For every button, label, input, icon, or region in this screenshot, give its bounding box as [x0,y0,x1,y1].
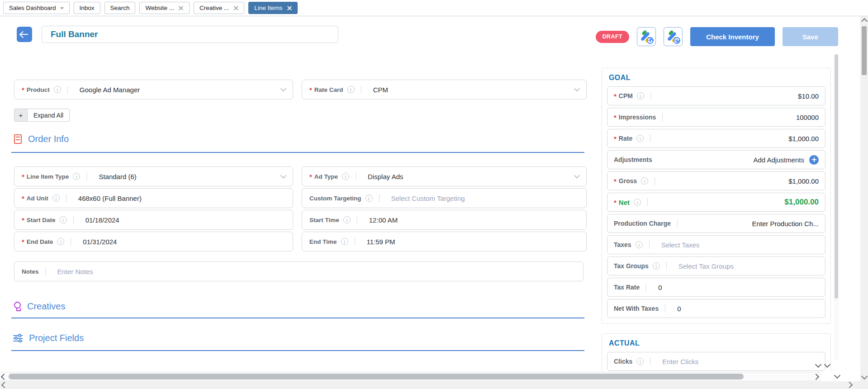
add-adjustments-button[interactable]: Add Adjustments [753,155,819,165]
tab-website[interactable]: Website ... [139,2,190,14]
field-value: $1,000.00 [788,135,819,142]
info-icon[interactable] [57,238,64,245]
tab-inbox[interactable]: Inbox [74,2,100,14]
section-creatives[interactable]: Creatives [11,301,584,318]
lightbulb-icon [14,302,21,308]
start-time-field[interactable]: Start Time 12:00 AM [302,210,587,230]
info-icon[interactable] [60,216,67,223]
info-icon[interactable] [365,194,373,202]
scrollbar-thumb[interactable] [862,26,867,75]
field-label: Production Charge [614,220,671,227]
rate-card-field[interactable]: Rate Card CPM [302,80,587,100]
info-icon[interactable] [73,173,80,180]
field-placeholder: Select Tax Groups [673,262,734,270]
end-time-field[interactable]: End Time 11:59 PM [302,232,587,251]
expand-all-button[interactable]: + Expand All [14,109,70,122]
field-label: Adjustments [614,156,652,163]
custom-targeting-field[interactable]: Custom Targeting Select Custom Targeting [302,188,587,208]
scrollbar-thumb[interactable] [835,54,838,299]
gam-push-button[interactable] [637,27,656,46]
header-actions: DRAFT Check Inventory Save [596,27,838,46]
ad-type-field[interactable]: Ad Type Display Ads [302,166,587,186]
plus-icon: + [14,109,28,121]
info-icon[interactable] [341,238,348,245]
section-project-fields[interactable]: Project Fields [11,333,584,351]
info-icon[interactable] [653,262,660,270]
info-icon[interactable] [636,241,643,248]
inner-scroll-down-arrows[interactable] [816,362,830,367]
section-title: Order Info [28,134,69,144]
info-icon[interactable] [54,86,61,93]
tab-label: Creative ... [199,5,229,11]
required-asterisk [22,238,24,246]
taxes-field[interactable]: Taxes Select Taxes [607,235,825,254]
field-placeholder: Select Taxes [656,241,700,249]
info-icon[interactable] [634,199,641,206]
field-label: Start Date [27,217,56,223]
scrollbar-thumb[interactable] [9,374,744,380]
production-charge-field[interactable]: Production Charge Enter Production Ch... [607,214,825,233]
back-button[interactable] [17,27,32,42]
tax-rate-field[interactable]: Tax Rate 0 [607,278,825,297]
rate-field[interactable]: Rate $1,000.00 [607,129,825,148]
field-placeholder: Enter Production Ch... [752,220,819,228]
ad-unit-field[interactable]: Ad Unit 468x60 (Full Banner) [14,188,293,208]
save-button[interactable]: Save [783,27,838,46]
chevron-down-icon[interactable] [815,361,821,368]
cpm-field[interactable]: CPM $10.00 [607,86,825,105]
plus-icon[interactable] [809,155,819,165]
window-vertical-scrollbar[interactable] [860,16,868,381]
notes-field[interactable]: Notes Enter Notes [14,261,583,281]
chevron-left-icon[interactable] [1,382,8,388]
tax-groups-field[interactable]: Tax Groups Select Tax Groups [607,256,825,275]
net-with-taxes-field[interactable]: Net With Taxes 0 [607,299,825,318]
chevron-down-icon[interactable] [861,373,867,380]
net-field[interactable]: Net $1,000.00 [607,193,825,212]
required-asterisk [614,199,617,206]
line-item-title-input[interactable] [42,26,338,43]
info-icon[interactable] [636,358,644,365]
chevron-down-icon[interactable] [824,361,830,368]
close-icon[interactable] [178,5,184,11]
tab-line-items[interactable]: Line Items [248,2,298,14]
info-icon[interactable] [52,194,60,202]
section-order-info[interactable]: Order Info [11,134,584,153]
chevron-right-icon[interactable] [813,374,819,380]
impressions-field[interactable]: Impressions 100000 [607,108,825,127]
chevron-left-icon[interactable] [1,374,7,380]
clicks-field[interactable]: Clicks Enter Clicks [607,352,825,371]
close-icon[interactable] [286,5,292,11]
field-label: Line Item Type [27,173,69,180]
line-item-title-field[interactable] [42,26,338,43]
line-item-type-field[interactable]: Line Item Type Standard (6) [14,166,293,186]
info-icon[interactable] [342,173,349,180]
field-value: 0 [653,284,662,291]
tab-creative[interactable]: Creative ... [194,2,244,14]
gross-field[interactable]: Gross $1,000.00 [607,171,825,190]
gam-pull-button[interactable] [664,27,683,46]
receipt-icon [14,134,22,144]
start-date-field[interactable]: Start Date 01/18/2024 [14,210,293,230]
product-field[interactable]: Product Google Ad Manager [14,80,293,100]
window-horizontal-scrollbar[interactable] [0,381,868,389]
chevron-up-icon[interactable] [861,18,867,24]
tab-search[interactable]: Search [104,2,136,14]
end-date-field[interactable]: End Date 01/31/2024 [14,232,293,251]
chevron-right-icon[interactable] [846,382,853,388]
inner-horizontal-scrollbar[interactable] [0,372,821,381]
tab-label: Line Items [254,5,282,11]
chevron-down-icon[interactable] [834,372,840,379]
info-icon[interactable] [343,216,351,223]
divider [361,85,361,94]
panel-vertical-scrollbar[interactable] [834,54,839,360]
info-icon[interactable] [636,135,644,142]
top-field-row: Product Google Ad Manager Rate Card CPM [14,80,587,100]
caret-down-icon [60,7,64,9]
info-icon[interactable] [637,92,644,100]
close-icon[interactable] [233,5,238,11]
info-icon[interactable] [347,86,355,93]
info-icon[interactable] [641,177,648,185]
check-inventory-button[interactable]: Check Inventory [690,27,775,46]
tab-sales-dashboard[interactable]: Sales Dashboard [3,2,70,14]
field-value: $1,000.00 [788,177,819,185]
